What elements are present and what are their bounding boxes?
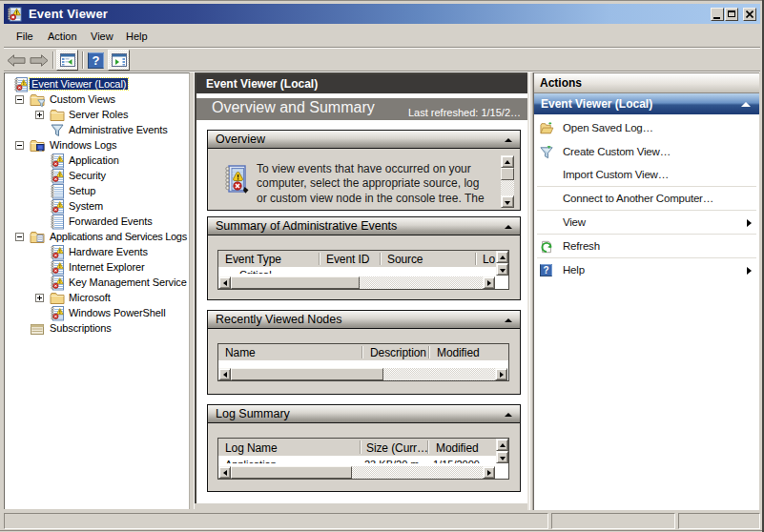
- svg-text:?: ?: [93, 53, 100, 68]
- svg-text:?: ?: [544, 265, 549, 276]
